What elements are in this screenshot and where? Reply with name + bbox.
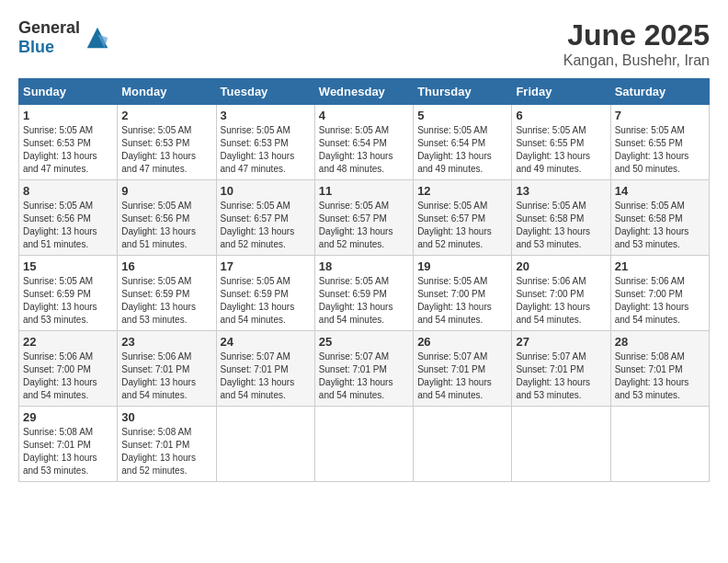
calendar-cell: 26 Sunrise: 5:07 AM Sunset: 7:01 PM Dayl… [414, 331, 512, 407]
calendar-cell: 15 Sunrise: 5:05 AM Sunset: 6:59 PM Dayl… [19, 256, 118, 331]
day-info: Sunrise: 5:08 AM Sunset: 7:01 PM Dayligh… [23, 426, 113, 477]
day-header-monday: Monday [118, 79, 216, 105]
day-info: Sunrise: 5:07 AM Sunset: 7:01 PM Dayligh… [516, 350, 606, 402]
calendar-cell: 16 Sunrise: 5:05 AM Sunset: 6:59 PM Dayl… [118, 256, 216, 331]
day-info: Sunrise: 5:07 AM Sunset: 7:01 PM Dayligh… [417, 350, 507, 402]
day-info: Sunrise: 5:05 AM Sunset: 6:56 PM Dayligh… [121, 200, 211, 251]
day-number: 29 [23, 410, 113, 424]
day-number: 28 [615, 335, 705, 349]
day-info: Sunrise: 5:07 AM Sunset: 7:01 PM Dayligh… [221, 350, 311, 402]
day-number: 4 [319, 109, 409, 122]
day-number: 1 [23, 109, 113, 122]
day-header-tuesday: Tuesday [216, 79, 314, 105]
day-number: 8 [23, 184, 113, 198]
day-info: Sunrise: 5:05 AM Sunset: 6:58 PM Dayligh… [516, 200, 606, 251]
day-info: Sunrise: 5:05 AM Sunset: 6:54 PM Dayligh… [417, 124, 507, 176]
day-number: 25 [319, 335, 409, 349]
calendar-week-row: 1 Sunrise: 5:05 AM Sunset: 6:53 PM Dayli… [19, 105, 710, 180]
day-number: 21 [615, 259, 705, 273]
calendar-week-row: 29 Sunrise: 5:08 AM Sunset: 7:01 PM Dayl… [19, 407, 710, 482]
calendar-cell [216, 407, 314, 482]
day-info: Sunrise: 5:06 AM Sunset: 7:00 PM Dayligh… [615, 275, 705, 327]
calendar-cell: 14 Sunrise: 5:05 AM Sunset: 6:58 PM Dayl… [610, 180, 709, 256]
day-header-thursday: Thursday [414, 79, 512, 105]
calendar-cell: 17 Sunrise: 5:05 AM Sunset: 6:59 PM Dayl… [216, 256, 314, 331]
calendar-cell: 11 Sunrise: 5:05 AM Sunset: 6:57 PM Dayl… [314, 180, 413, 256]
day-info: Sunrise: 5:05 AM Sunset: 6:53 PM Dayligh… [221, 124, 311, 176]
day-info: Sunrise: 5:05 AM Sunset: 6:56 PM Dayligh… [23, 200, 113, 251]
day-info: Sunrise: 5:05 AM Sunset: 6:57 PM Dayligh… [417, 200, 507, 251]
day-info: Sunrise: 5:05 AM Sunset: 6:55 PM Dayligh… [516, 124, 606, 176]
location-subtitle: Kangan, Bushehr, Iran [563, 52, 710, 69]
day-info: Sunrise: 5:07 AM Sunset: 7:01 PM Dayligh… [319, 350, 409, 402]
calendar-header-row: SundayMondayTuesdayWednesdayThursdayFrid… [19, 79, 710, 105]
day-info: Sunrise: 5:05 AM Sunset: 7:00 PM Dayligh… [417, 275, 507, 327]
day-number: 2 [121, 109, 211, 122]
calendar-week-row: 8 Sunrise: 5:05 AM Sunset: 6:56 PM Dayli… [19, 180, 710, 256]
day-number: 30 [121, 410, 211, 424]
day-header-saturday: Saturday [610, 79, 709, 105]
calendar-table: SundayMondayTuesdayWednesdayThursdayFrid… [18, 78, 710, 482]
day-number: 9 [121, 184, 211, 198]
day-info: Sunrise: 5:05 AM Sunset: 6:59 PM Dayligh… [319, 275, 409, 327]
day-header-wednesday: Wednesday [314, 79, 413, 105]
calendar-body: 1 Sunrise: 5:05 AM Sunset: 6:53 PM Dayli… [19, 105, 710, 482]
logo-blue: Blue [18, 38, 54, 56]
day-info: Sunrise: 5:08 AM Sunset: 7:01 PM Dayligh… [121, 426, 211, 477]
calendar-cell: 13 Sunrise: 5:05 AM Sunset: 6:58 PM Dayl… [512, 180, 610, 256]
day-number: 7 [615, 109, 705, 122]
day-info: Sunrise: 5:05 AM Sunset: 6:59 PM Dayligh… [221, 275, 311, 327]
calendar-cell [610, 407, 709, 482]
day-info: Sunrise: 5:05 AM Sunset: 6:53 PM Dayligh… [121, 124, 211, 176]
day-number: 22 [23, 335, 113, 349]
calendar-cell: 23 Sunrise: 5:06 AM Sunset: 7:01 PM Dayl… [118, 331, 216, 407]
day-number: 6 [516, 109, 606, 122]
calendar-cell: 30 Sunrise: 5:08 AM Sunset: 7:01 PM Dayl… [118, 407, 216, 482]
day-number: 13 [516, 184, 606, 198]
calendar-cell: 21 Sunrise: 5:06 AM Sunset: 7:00 PM Dayl… [610, 256, 709, 331]
day-info: Sunrise: 5:05 AM Sunset: 6:53 PM Dayligh… [23, 124, 113, 176]
calendar-cell: 2 Sunrise: 5:05 AM Sunset: 6:53 PM Dayli… [118, 105, 216, 180]
day-info: Sunrise: 5:06 AM Sunset: 7:01 PM Dayligh… [121, 350, 211, 402]
day-info: Sunrise: 5:05 AM Sunset: 6:57 PM Dayligh… [319, 200, 409, 251]
calendar-cell: 1 Sunrise: 5:05 AM Sunset: 6:53 PM Dayli… [19, 105, 118, 180]
calendar-cell: 20 Sunrise: 5:06 AM Sunset: 7:00 PM Dayl… [512, 256, 610, 331]
calendar-cell: 22 Sunrise: 5:06 AM Sunset: 7:00 PM Dayl… [19, 331, 118, 407]
page-header: General Blue June 2025 Kangan, Bushehr, … [18, 18, 710, 69]
month-year-title: June 2025 [563, 18, 710, 52]
day-number: 14 [615, 184, 705, 198]
day-number: 26 [417, 335, 507, 349]
day-info: Sunrise: 5:06 AM Sunset: 7:00 PM Dayligh… [23, 350, 113, 402]
calendar-cell: 7 Sunrise: 5:05 AM Sunset: 6:55 PM Dayli… [610, 105, 709, 180]
title-area: June 2025 Kangan, Bushehr, Iran [563, 18, 710, 69]
day-info: Sunrise: 5:05 AM Sunset: 6:58 PM Dayligh… [615, 200, 705, 251]
day-header-friday: Friday [512, 79, 610, 105]
calendar-cell: 28 Sunrise: 5:08 AM Sunset: 7:01 PM Dayl… [610, 331, 709, 407]
day-number: 12 [417, 184, 507, 198]
logo-text: General Blue [18, 18, 80, 57]
calendar-cell: 5 Sunrise: 5:05 AM Sunset: 6:54 PM Dayli… [414, 105, 512, 180]
day-number: 16 [121, 259, 211, 273]
day-number: 15 [23, 259, 113, 273]
calendar-cell: 3 Sunrise: 5:05 AM Sunset: 6:53 PM Dayli… [216, 105, 314, 180]
calendar-cell: 27 Sunrise: 5:07 AM Sunset: 7:01 PM Dayl… [512, 331, 610, 407]
day-number: 23 [121, 335, 211, 349]
day-number: 3 [221, 109, 311, 122]
calendar-cell: 10 Sunrise: 5:05 AM Sunset: 6:57 PM Dayl… [216, 180, 314, 256]
day-number: 19 [417, 259, 507, 273]
calendar-cell [512, 407, 610, 482]
day-number: 27 [516, 335, 606, 349]
day-info: Sunrise: 5:05 AM Sunset: 6:59 PM Dayligh… [121, 275, 211, 327]
calendar-cell: 25 Sunrise: 5:07 AM Sunset: 7:01 PM Dayl… [314, 331, 413, 407]
day-header-sunday: Sunday [19, 79, 118, 105]
day-info: Sunrise: 5:06 AM Sunset: 7:00 PM Dayligh… [516, 275, 606, 327]
calendar-cell: 9 Sunrise: 5:05 AM Sunset: 6:56 PM Dayli… [118, 180, 216, 256]
calendar-cell: 24 Sunrise: 5:07 AM Sunset: 7:01 PM Dayl… [216, 331, 314, 407]
day-number: 18 [319, 259, 409, 273]
calendar-cell: 8 Sunrise: 5:05 AM Sunset: 6:56 PM Dayli… [19, 180, 118, 256]
calendar-cell: 29 Sunrise: 5:08 AM Sunset: 7:01 PM Dayl… [19, 407, 118, 482]
day-number: 11 [319, 184, 409, 198]
day-info: Sunrise: 5:08 AM Sunset: 7:01 PM Dayligh… [615, 350, 705, 402]
calendar-week-row: 22 Sunrise: 5:06 AM Sunset: 7:00 PM Dayl… [19, 331, 710, 407]
day-info: Sunrise: 5:05 AM Sunset: 6:54 PM Dayligh… [319, 124, 409, 176]
